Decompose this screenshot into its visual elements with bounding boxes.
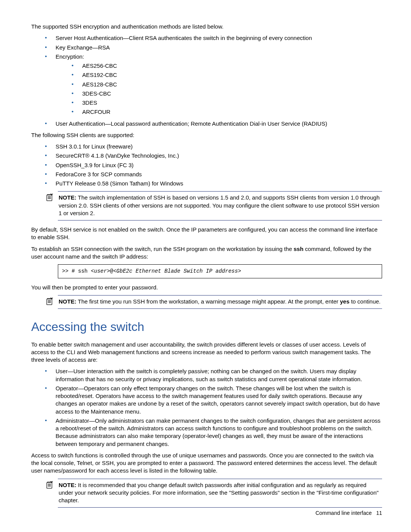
- code-placeholder: user: [94, 268, 107, 274]
- note-body: It is recommended that you change defaul…: [59, 482, 379, 504]
- list-item: Encryption: AES256-CBC AES192-CBC AES128…: [45, 53, 382, 116]
- paragraph: To enable better switch management and u…: [31, 341, 382, 364]
- list-item: Operator—Operators can only effect tempo…: [45, 385, 382, 415]
- clients-intro: The following SSH clients are supported:: [31, 131, 382, 139]
- list-item: AES192-CBC: [72, 71, 382, 79]
- note-icon: [46, 193, 54, 201]
- clients-list: SSH 3.0.1 for Linux (freeware) SecureCRT…: [31, 143, 382, 187]
- note-body: The first time you run SSH from the work…: [76, 298, 340, 305]
- list-item: 3DES-CBC: [72, 90, 382, 97]
- code-example: >> # ssh <user>@<GbE2c Ethernet Blade Sw…: [58, 264, 382, 278]
- svg-rect-0: [47, 195, 52, 201]
- note-label: NOTE:: [59, 298, 76, 305]
- section-heading-accessing-switch: Accessing the switch: [31, 319, 382, 335]
- list-item: SSH 3.0.1 for Linux (freeware): [45, 143, 382, 150]
- note-label: NOTE:: [59, 194, 76, 201]
- yes-word: yes: [340, 298, 349, 305]
- note-ssh-versions: NOTE: The switch implementation of SSH i…: [58, 191, 382, 220]
- svg-rect-2: [47, 482, 52, 488]
- text: To establish an SSH connection with the …: [31, 246, 294, 252]
- list-item: SecureCRT® 4.1.8 (VanDyke Technologies, …: [45, 152, 382, 160]
- note-body: The switch implementation of SSH is base…: [59, 194, 379, 216]
- list-item: AES128-CBC: [72, 81, 382, 88]
- note-change-passwords: NOTE: It is recommended that you change …: [58, 479, 382, 508]
- list-item: AES256-CBC: [72, 62, 382, 70]
- encryption-list: AES256-CBC AES192-CBC AES128-CBC 3DES-CB…: [58, 62, 382, 116]
- list-item: User Authentication—Local password authe…: [45, 120, 382, 128]
- list-item: FedoraCore 3 for SCP commands: [45, 171, 382, 178]
- intro-paragraph: The supported SSH encryption and authent…: [31, 23, 382, 30]
- list-item: OpenSSH_3.9 for Linux (FC 3): [45, 161, 382, 169]
- list-item: 3DES: [72, 99, 382, 107]
- list-item: PuTTY Release 0.58 (Simon Tatham) for Wi…: [45, 180, 382, 187]
- encryption-label: Encryption:: [56, 53, 84, 60]
- note-text: NOTE: It is recommended that you change …: [59, 482, 379, 504]
- list-item: Server Host Authentication—Client RSA au…: [45, 34, 382, 42]
- access-levels-list: User—User interaction with the switch is…: [31, 367, 382, 448]
- code-text: >> # ssh: [62, 268, 91, 274]
- paragraph: Access to switch functions is controlled…: [31, 452, 382, 475]
- note-text: NOTE: The first time you run SSH from th…: [59, 298, 381, 305]
- paragraph: By default, SSH service is not enabled o…: [31, 226, 382, 241]
- note-label: NOTE:: [59, 482, 76, 488]
- paragraph: To establish an SSH connection with the …: [31, 245, 382, 261]
- note-icon: [46, 297, 54, 305]
- note-text: NOTE: The switch implementation of SSH i…: [59, 194, 379, 216]
- list-item: User—User interaction with the switch is…: [45, 367, 382, 383]
- list-item: Key Exchange—RSA: [45, 44, 382, 51]
- paragraph: You will then be prompted to enter your …: [31, 284, 382, 291]
- code-text: <: [91, 268, 94, 274]
- code-text: >: [238, 268, 241, 274]
- svg-rect-1: [47, 299, 52, 305]
- methods-list: Server Host Authentication—Client RSA au…: [31, 34, 382, 128]
- code-text: >: [107, 268, 110, 274]
- note-body: to continue.: [349, 298, 381, 305]
- list-item: ARCFOUR: [72, 108, 382, 116]
- list-item: Administrator—Only administrators can ma…: [45, 417, 382, 448]
- code-placeholder: GbE2c Ethernet Blade Switch IP address: [116, 268, 238, 274]
- note-icon: [46, 481, 54, 489]
- document-page: The supported SSH encryption and authent…: [0, 0, 411, 532]
- footer-section: Command line interface: [315, 510, 372, 516]
- page-footer: Command line interface 11: [315, 510, 382, 517]
- footer-page-number: 11: [376, 510, 382, 516]
- code-text: <: [113, 268, 116, 274]
- ssh-command-word: ssh: [294, 246, 304, 252]
- note-first-ssh: NOTE: The first time you run SSH from th…: [58, 295, 382, 309]
